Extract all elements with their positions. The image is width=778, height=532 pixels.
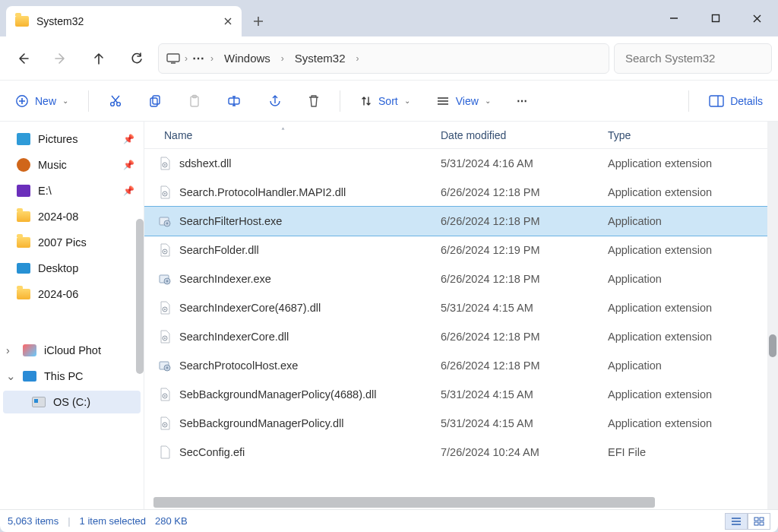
file-row[interactable]: SebBackgroundManagerPolicy.dll5/31/2024 …: [144, 409, 767, 438]
tab-title: System32: [36, 15, 216, 27]
separator: [88, 90, 89, 112]
sidebar-item[interactable]: Music📌: [3, 154, 141, 176]
file-icon: [158, 272, 172, 286]
chevron-right-icon[interactable]: ›: [281, 53, 284, 64]
sidebar-item-label: Music: [38, 159, 67, 171]
file-row[interactable]: SearchProtocolHost.exe6/26/2024 12:18 PM…: [144, 351, 767, 380]
status-size: 280 KB: [155, 515, 188, 527]
details-pane-button[interactable]: Details: [703, 90, 769, 112]
file-date: 5/31/2024 4:15 AM: [441, 302, 608, 314]
file-row[interactable]: Search.ProtocolHandler.MAPI2.dll6/26/202…: [144, 178, 767, 207]
file-row[interactable]: sdshext.dll5/31/2024 4:16 AMApplication …: [144, 149, 767, 178]
file-name: SebBackgroundManagerPolicy.dll: [179, 417, 344, 429]
file-name: SearchIndexerCore.dll: [179, 331, 289, 343]
file-row[interactable]: SearchIndexerCore(4687).dll5/31/2024 4:1…: [144, 293, 767, 322]
folder-icon: [17, 210, 30, 223]
file-date: 6/26/2024 12:18 PM: [441, 273, 608, 285]
file-row[interactable]: SearchFilterHost.exe6/26/2024 12:18 PMAp…: [144, 207, 767, 236]
chevron-right-icon[interactable]: ›: [356, 53, 359, 64]
breadcrumb-windows[interactable]: Windows: [218, 49, 277, 68]
sidebar-scrollbar-thumb[interactable]: [136, 219, 144, 374]
svg-point-29: [166, 367, 169, 369]
status-bar: 5,063 items | 1 item selected 280 KB: [0, 509, 778, 532]
column-header-type[interactable]: Type: [608, 129, 767, 141]
chevron-right-icon[interactable]: ›: [210, 53, 213, 64]
sidebar-item[interactable]: Desktop: [3, 257, 141, 280]
file-date: 7/26/2024 10:24 AM: [441, 446, 608, 458]
sidebar-item-label: This PC: [44, 370, 84, 382]
delete-button[interactable]: [302, 90, 326, 112]
file-explorer-window: System32 ›: [0, 0, 778, 532]
file-row[interactable]: SebBackgroundManagerPolicy(4688).dll5/31…: [144, 380, 767, 409]
new-label: New: [35, 95, 56, 107]
sidebar-item[interactable]: ›iCloud Phot: [3, 339, 141, 362]
search-box[interactable]: [614, 43, 772, 74]
file-rows: sdshext.dll5/31/2024 4:16 AMApplication …: [144, 149, 767, 496]
chevron-right-icon[interactable]: ›: [185, 53, 188, 64]
minimize-button[interactable]: [653, 0, 694, 36]
sidebar-item[interactable]: 2024-06: [3, 283, 141, 306]
close-tab-icon[interactable]: [223, 17, 232, 26]
sidebar-item[interactable]: E:\📌: [3, 179, 141, 202]
sort-indicator-icon: ˄: [281, 127, 285, 135]
new-tab-button[interactable]: [242, 6, 275, 36]
new-button[interactable]: New ⌄: [9, 90, 74, 112]
tab-system32[interactable]: System32: [6, 6, 242, 36]
sidebar-item[interactable]: ⌄This PC: [3, 365, 141, 388]
details-view-button[interactable]: [725, 513, 748, 530]
file-row[interactable]: SearchFolder.dll6/26/2024 12:19 PMApplic…: [144, 236, 767, 264]
sidebar-item[interactable]: OS (C:): [3, 391, 141, 413]
status-selection: 1 item selected: [80, 515, 146, 527]
ellipsis-icon[interactable]: ⋯: [192, 51, 206, 65]
sidebar-item[interactable]: Pictures📌: [3, 128, 141, 150]
breadcrumb-system32[interactable]: System32: [289, 49, 352, 68]
sidebar-item[interactable]: 2007 Pics: [3, 231, 141, 254]
column-header-name[interactable]: Name ˄: [144, 129, 441, 141]
view-button[interactable]: View ⌄: [430, 90, 497, 112]
svg-rect-5: [150, 98, 157, 106]
file-name: SearchFilterHost.exe: [179, 215, 282, 227]
file-icon: [158, 416, 172, 430]
file-icon: [158, 388, 172, 401]
toolbar: New ⌄ Sort ⌄ View ⌄ ⋯ Details: [0, 81, 778, 122]
forward-button[interactable]: [44, 43, 77, 74]
more-button[interactable]: ⋯: [511, 90, 535, 112]
file-row[interactable]: SearchIndexer.exe6/26/2024 12:18 PMAppli…: [144, 264, 767, 293]
file-date: 5/31/2024 4:15 AM: [441, 417, 608, 429]
file-type: Application: [608, 359, 767, 372]
paste-button[interactable]: [182, 90, 207, 112]
file-name: SearchIndexerCore(4687).dll: [179, 302, 321, 314]
refresh-button[interactable]: [120, 43, 153, 74]
file-row[interactable]: SecConfig.efi7/26/2024 10:24 AMEFI File: [144, 438, 767, 467]
pictures-icon: [17, 132, 30, 146]
sidebar-item[interactable]: 2024-08: [3, 205, 141, 228]
sort-button[interactable]: Sort ⌄: [354, 90, 416, 112]
sidebar-item-label: 2024-08: [38, 211, 78, 223]
pin-icon: 📌: [123, 160, 134, 170]
scrollbar-thumb[interactable]: [769, 334, 776, 357]
copy-button[interactable]: [142, 90, 168, 112]
search-input[interactable]: [624, 51, 762, 65]
scrollbar-thumb[interactable]: [153, 497, 655, 508]
back-button[interactable]: [6, 43, 40, 74]
file-icon: [158, 445, 172, 459]
file-type: Application extension: [608, 331, 767, 343]
address-bar[interactable]: › ⋯ › Windows › System32 ›: [158, 43, 609, 74]
maximize-button[interactable]: [694, 0, 736, 36]
view-label: View: [456, 95, 479, 107]
titlebar: System32: [0, 0, 778, 36]
share-button[interactable]: [262, 90, 288, 112]
file-type: Application extension: [608, 157, 767, 169]
cut-button[interactable]: [103, 90, 128, 112]
close-window-button[interactable]: [736, 0, 778, 36]
svg-point-24: [164, 309, 166, 310]
rename-button[interactable]: [221, 90, 248, 112]
pc-icon: [23, 369, 36, 383]
column-header-date[interactable]: Date modified: [441, 129, 608, 141]
sidebar-item-label: E:\: [38, 185, 52, 197]
file-row[interactable]: SearchIndexerCore.dll6/26/2024 12:18 PMA…: [144, 322, 767, 351]
vertical-scrollbar[interactable]: [767, 122, 778, 509]
up-button[interactable]: [82, 43, 115, 74]
thumbnails-view-button[interactable]: [748, 513, 770, 530]
horizontal-scrollbar[interactable]: [144, 496, 767, 509]
